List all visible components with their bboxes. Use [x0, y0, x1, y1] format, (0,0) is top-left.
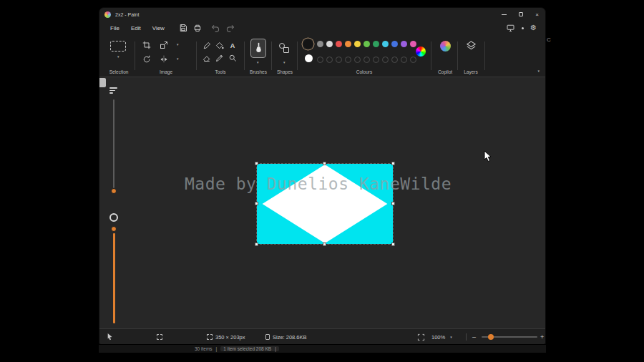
brush-tool-selected[interactable]: [250, 39, 266, 58]
fill-tool[interactable]: [215, 41, 224, 50]
selection-tool-icon[interactable]: [110, 41, 126, 52]
secondary-color-swatch[interactable]: [305, 54, 313, 62]
zoom-slider-thumb[interactable]: [488, 334, 494, 340]
chevron-down-icon[interactable]: ▾: [177, 57, 179, 61]
file-size-text: Size: 208.6KB: [273, 334, 307, 341]
color-swatch[interactable]: [354, 41, 361, 47]
color-swatch[interactable]: [345, 41, 351, 47]
chevron-down-icon[interactable]: ▾: [117, 55, 119, 59]
color-swatch[interactable]: [317, 41, 323, 47]
color-swatch[interactable]: [336, 41, 342, 47]
zoom-in-button[interactable]: +: [540, 329, 544, 345]
cursor-position-indicator: [107, 329, 114, 345]
brushes-label: Brushes: [245, 69, 271, 74]
layers-button[interactable]: [466, 40, 477, 51]
rotate-button[interactable]: [141, 54, 152, 64]
file-icon: [265, 334, 270, 340]
redo-button[interactable]: [224, 22, 237, 34]
color-swatch[interactable]: [401, 57, 407, 63]
color-swatch[interactable]: [382, 57, 389, 63]
canvas-workspace[interactable]: Made by Dunelios KaneWilde: [99, 77, 545, 328]
opacity-slider-track[interactable]: [113, 233, 115, 323]
shapes-icon[interactable]: [283, 47, 289, 53]
print-button[interactable]: [191, 22, 204, 34]
color-swatch[interactable]: [391, 41, 398, 47]
color-swatch[interactable]: [401, 41, 407, 47]
zoom-out-button[interactable]: –: [472, 329, 476, 345]
maximize-button[interactable]: [512, 8, 529, 21]
cast-button[interactable]: [506, 24, 515, 32]
ribbon-toolbar: ▾ Selection ▾ ▾ Image: [99, 35, 545, 77]
flip-button[interactable]: [158, 54, 169, 64]
layers-label: Layers: [459, 69, 483, 74]
eraser-tool[interactable]: [203, 54, 211, 62]
pencil-tool[interactable]: [203, 41, 211, 50]
size-slider-track[interactable]: [113, 99, 114, 188]
ribbon-expand-chevron-icon[interactable]: ▾: [537, 69, 540, 73]
shapes-section: ▾ Shapes: [273, 35, 297, 77]
copilot-label: Copilot: [433, 69, 457, 74]
copilot-icon[interactable]: [440, 41, 451, 52]
selection-handle[interactable]: [391, 243, 395, 246]
title-bar[interactable]: 2x2 - Paint ×: [99, 8, 545, 21]
palette-row-1: [317, 41, 416, 47]
save-button[interactable]: [177, 22, 190, 34]
color-swatch[interactable]: [410, 57, 416, 63]
settings-button[interactable]: ⚙: [530, 24, 537, 31]
selection-handle[interactable]: [391, 202, 395, 205]
chevron-down-icon[interactable]: ▾: [283, 61, 286, 64]
selection-handle[interactable]: [323, 243, 326, 246]
magnifier-tool[interactable]: [228, 54, 237, 62]
color-swatch[interactable]: [410, 41, 416, 47]
close-button[interactable]: ×: [529, 8, 545, 21]
chevron-down-icon[interactable]: ▾: [177, 43, 179, 47]
text-tool[interactable]: A: [230, 42, 235, 49]
selection-handle[interactable]: [255, 162, 258, 165]
color-swatch[interactable]: [373, 41, 379, 47]
opacity-slider-thumb[interactable]: [111, 226, 117, 232]
color-swatch[interactable]: [364, 41, 370, 47]
paint-window: 2x2 - Paint × File Edit View ⚙: [99, 7, 546, 344]
color-swatch[interactable]: [364, 57, 370, 63]
zoom-level-dropdown[interactable]: 100% ▾: [431, 329, 452, 345]
resize-button[interactable]: [158, 39, 169, 50]
primary-color-swatch[interactable]: [303, 39, 313, 49]
color-swatch[interactable]: [354, 57, 361, 63]
fit-to-screen-button[interactable]: [417, 329, 425, 345]
selection-section: ▾ Selection: [104, 35, 134, 77]
edit-colors-wheel[interactable]: [416, 47, 426, 57]
chevron-down-icon[interactable]: ▾: [257, 61, 259, 64]
selection-handle[interactable]: [255, 202, 258, 205]
zoom-value: 100%: [431, 334, 445, 341]
color-swatch[interactable]: [326, 41, 333, 47]
minimize-button[interactable]: [496, 8, 512, 21]
selection-handle[interactable]: [391, 162, 395, 165]
color-swatch[interactable]: [326, 57, 333, 63]
print-icon: [193, 24, 202, 32]
menu-edit[interactable]: Edit: [126, 23, 146, 34]
menu-view[interactable]: View: [147, 23, 170, 34]
selection-handle[interactable]: [323, 162, 326, 165]
pencil-icon: [203, 41, 211, 50]
color-swatch[interactable]: [317, 57, 323, 63]
crop-button[interactable]: [141, 39, 152, 50]
color-swatch[interactable]: [345, 57, 351, 63]
cursor-arrow-icon: [107, 333, 114, 341]
selection-label: Selection: [104, 69, 134, 74]
size-slider-thumb[interactable]: [111, 188, 117, 194]
notification-dot-icon[interactable]: [522, 27, 524, 29]
color-picker-tool[interactable]: [215, 54, 224, 62]
selection-dimensions: 350 × 203px: [215, 334, 245, 341]
selection-box-icon: [157, 334, 162, 340]
crop-icon: [142, 41, 151, 49]
color-swatch[interactable]: [382, 41, 389, 47]
zoom-slider[interactable]: [482, 336, 537, 338]
undo-button[interactable]: [210, 22, 223, 34]
color-swatch[interactable]: [391, 57, 398, 63]
selection-handle[interactable]: [255, 243, 258, 246]
color-swatch[interactable]: [373, 57, 379, 63]
menu-file[interactable]: File: [105, 23, 125, 34]
mouse-cursor: [484, 150, 492, 163]
brush-size-slider[interactable]: [109, 87, 120, 94]
color-swatch[interactable]: [336, 57, 342, 63]
